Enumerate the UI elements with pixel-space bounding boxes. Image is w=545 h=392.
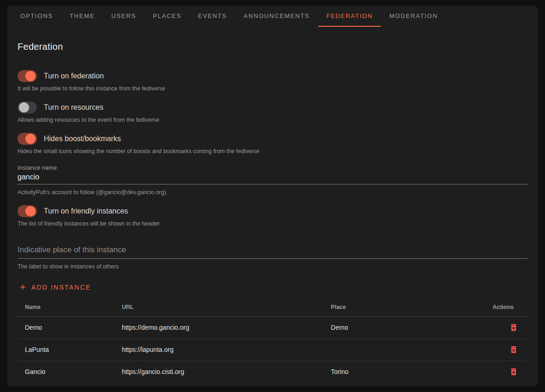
delete-forever-icon	[509, 323, 518, 332]
instance-place-input[interactable]	[18, 244, 527, 259]
toggle-thumb	[19, 102, 29, 113]
instance-place-field-group: The label to show in instances of others	[18, 244, 527, 270]
tab-options[interactable]: OPTIONS	[12, 6, 61, 27]
column-header-name: Name	[18, 298, 114, 316]
column-header-actions: Actions	[481, 298, 527, 316]
tab-announcements[interactable]: ANNOUNCEMENTS	[235, 6, 318, 27]
table-header-row: Name URL Place Actions	[18, 298, 527, 316]
toggle-thumb	[25, 206, 36, 216]
toggle-thumb	[25, 134, 36, 144]
delete-forever-icon	[509, 345, 518, 354]
page-title: Federation	[18, 42, 527, 52]
toggle-thumb	[25, 71, 36, 81]
table-row: Gancio https://gancio.cisti.org Torino	[18, 361, 527, 383]
instance-name-field-group: Instance name ActivityPub's account to f…	[18, 164, 527, 196]
cell-url: https://lapunta.org	[114, 339, 323, 361]
plus-icon	[18, 283, 27, 291]
instances-table: Name URL Place Actions Demo https://demo…	[18, 298, 527, 383]
add-instance-button[interactable]: ADD INSTANCE	[18, 281, 95, 293]
federation-settings: Federation Turn on federation It will be…	[7, 42, 538, 383]
setting-hint: It will be possible to follow this insta…	[18, 85, 527, 92]
instance-name-label: Instance name	[18, 164, 527, 171]
cell-place	[324, 339, 482, 361]
cell-url: https://demo.gancio.org	[114, 316, 323, 339]
cell-name: LaPunta	[18, 339, 114, 361]
setting-label: Hides boost/bookmarks	[44, 135, 121, 143]
cell-name: Demo	[18, 316, 114, 339]
table-row: Demo https://demo.gancio.org Demo	[18, 316, 527, 339]
admin-panel-card: OPTIONS THEME USERS PLACES EVENTS ANNOUN…	[7, 6, 538, 386]
instance-name-input[interactable]	[18, 171, 527, 184]
add-instance-label: ADD INSTANCE	[31, 284, 91, 291]
delete-instance-button[interactable]	[509, 344, 518, 354]
tab-theme[interactable]: THEME	[61, 6, 103, 27]
friendly-instances-toggle[interactable]	[18, 205, 37, 217]
cell-url: https://gancio.cisti.org	[114, 361, 323, 383]
cell-place: Demo	[324, 316, 482, 339]
setting-row-resources: Turn on resources	[18, 101, 527, 114]
tab-users[interactable]: USERS	[103, 6, 145, 27]
resources-toggle[interactable]	[18, 101, 37, 113]
cell-actions	[481, 316, 527, 339]
setting-row-friendly-instances: Turn on friendly instances	[18, 205, 527, 218]
tab-events[interactable]: EVENTS	[190, 6, 236, 27]
federation-toggle[interactable]	[18, 70, 37, 82]
tab-moderation[interactable]: MODERATION	[381, 6, 446, 27]
delete-forever-icon	[509, 367, 518, 376]
column-header-url: URL	[114, 298, 323, 316]
instance-name-hint: ActivityPub's account to follow (@gancio…	[18, 189, 527, 196]
cell-actions	[481, 339, 527, 361]
setting-row-federation: Turn on federation	[18, 70, 527, 83]
setting-label: Turn on resources	[44, 103, 103, 112]
table-row: LaPunta https://lapunta.org	[18, 339, 527, 361]
setting-label: Turn on friendly instances	[44, 207, 128, 215]
cell-name: Gancio	[18, 361, 114, 383]
column-header-place: Place	[324, 298, 482, 316]
tab-federation[interactable]: FEDERATION	[318, 6, 381, 27]
delete-instance-button[interactable]	[509, 366, 518, 376]
tab-places[interactable]: PLACES	[144, 6, 190, 27]
admin-tabs: OPTIONS THEME USERS PLACES EVENTS ANNOUN…	[7, 6, 538, 27]
setting-hint: Hides the small icons showing the number…	[18, 148, 527, 154]
hide-boosts-toggle[interactable]	[18, 133, 37, 145]
cell-actions	[481, 361, 527, 383]
setting-hint: Allows adding resources to the event fro…	[18, 117, 527, 123]
setting-hint: The list of friendly instances will be s…	[18, 220, 527, 227]
setting-row-hide-boosts: Hides boost/bookmarks	[18, 132, 527, 145]
setting-label: Turn on federation	[44, 72, 104, 80]
delete-instance-button[interactable]	[509, 322, 518, 332]
instance-place-hint: The label to show in instances of others	[18, 263, 527, 270]
cell-place: Torino	[324, 361, 482, 383]
